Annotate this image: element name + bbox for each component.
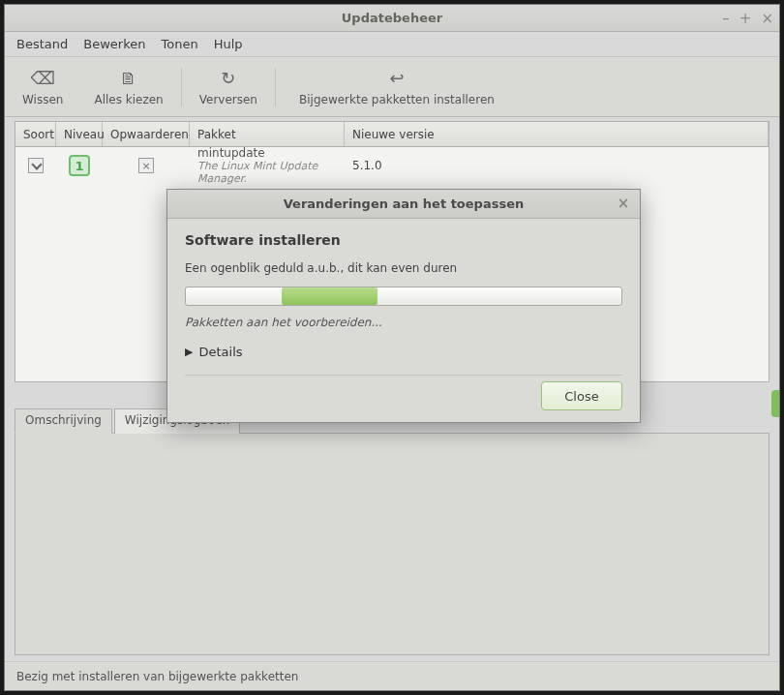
refresh-button[interactable]: ↻ Verversen <box>184 60 273 114</box>
col-upgrade[interactable]: Opwaarderen <box>103 122 190 146</box>
toolbar-separator <box>275 68 276 106</box>
details-expander[interactable]: ▶ Details <box>185 345 622 359</box>
progress-bar <box>185 287 622 306</box>
select-all-label: Alles kiezen <box>94 93 163 106</box>
table-header: Soort Niveau Opwaarderen Pakket Nieuwe v… <box>15 122 769 147</box>
dialog-titlebar: Veranderingen aan het toepassen × <box>167 190 640 219</box>
tab-content <box>15 433 769 655</box>
menu-file[interactable]: Bestand <box>11 35 74 53</box>
titlebar: Updatebeheer – + × <box>5 5 779 32</box>
dialog-buttons: Close <box>185 375 622 410</box>
cell-upgrade: × <box>103 158 190 173</box>
cell-level: 1 <box>56 155 103 176</box>
refresh-label: Verversen <box>199 93 257 106</box>
col-type[interactable]: Soort <box>15 122 56 146</box>
cell-type <box>15 158 56 173</box>
package-type-icon <box>28 158 44 173</box>
menu-edit[interactable]: Bewerken <box>77 35 151 53</box>
dialog-title: Veranderingen aan het toepassen <box>284 196 524 211</box>
tab-description[interactable]: Omschrijving <box>15 408 112 434</box>
progress-chunk <box>282 287 377 305</box>
window-title: Updatebeheer <box>342 11 442 25</box>
col-level[interactable]: Niveau <box>56 122 103 146</box>
table-row[interactable]: 1 × mintupdate The Linux Mint Update Man… <box>15 147 769 184</box>
dialog-heading: Software installeren <box>185 232 622 248</box>
close-button[interactable]: × <box>761 10 773 27</box>
select-all-icon: 🗎 <box>120 68 137 89</box>
window-controls: – + × <box>722 5 773 32</box>
select-all-button[interactable]: 🗎 Alles kiezen <box>78 60 178 114</box>
clear-label: Wissen <box>22 93 63 106</box>
toolbar: ⌫ Wissen 🗎 Alles kiezen ↻ Verversen ↩ Bi… <box>5 57 779 117</box>
menubar: Bestand Bewerken Tonen Hulp <box>5 32 779 57</box>
progress-status: Pakketten aan het voorbereiden... <box>185 316 622 329</box>
details-pane: Omschrijving Wijzigingslogboek <box>15 408 769 655</box>
package-name: mintupdate <box>197 147 337 160</box>
col-package[interactable]: Pakket <box>190 122 345 146</box>
details-label: Details <box>198 345 242 359</box>
close-button[interactable]: Close <box>541 381 622 410</box>
clear-button[interactable]: ⌫ Wissen <box>7 60 78 114</box>
cell-version: 5.1.0 <box>345 159 769 172</box>
maximize-button[interactable]: + <box>739 10 752 27</box>
clear-icon: ⌫ <box>30 68 54 89</box>
status-text: Bezig met installeren van bijgewerkte pa… <box>16 670 298 683</box>
dialog-close-button[interactable]: × <box>615 195 632 212</box>
toolbar-separator <box>181 68 182 106</box>
install-updates-button[interactable]: ↩ Bijgewerkte pakketten installeren <box>278 60 516 114</box>
level-badge: 1 <box>69 155 90 176</box>
upgrade-checkbox[interactable]: × <box>138 158 154 173</box>
install-label: Bijgewerkte pakketten installeren <box>299 93 495 106</box>
col-version[interactable]: Nieuwe versie <box>345 122 769 146</box>
side-indicator <box>771 390 779 417</box>
package-description: The Linux Mint Update Manager. <box>197 160 337 185</box>
applying-changes-dialog: Veranderingen aan het toepassen × Softwa… <box>166 189 641 423</box>
app-window: Updatebeheer – + × Bestand Bewerken Tone… <box>4 4 780 691</box>
dialog-message: Een ogenblik geduld a.u.b., dit kan even… <box>185 261 622 275</box>
menu-view[interactable]: Tonen <box>155 35 203 53</box>
statusbar: Bezig met installeren van bijgewerkte pa… <box>5 661 779 690</box>
install-icon: ↩ <box>389 68 404 89</box>
refresh-icon: ↻ <box>221 68 235 89</box>
menu-help[interactable]: Hulp <box>208 35 249 53</box>
cell-package: mintupdate The Linux Mint Update Manager… <box>190 147 345 185</box>
minimize-button[interactable]: – <box>722 10 730 27</box>
dialog-body: Software installeren Een ogenblik geduld… <box>167 219 640 422</box>
chevron-right-icon: ▶ <box>185 346 193 358</box>
